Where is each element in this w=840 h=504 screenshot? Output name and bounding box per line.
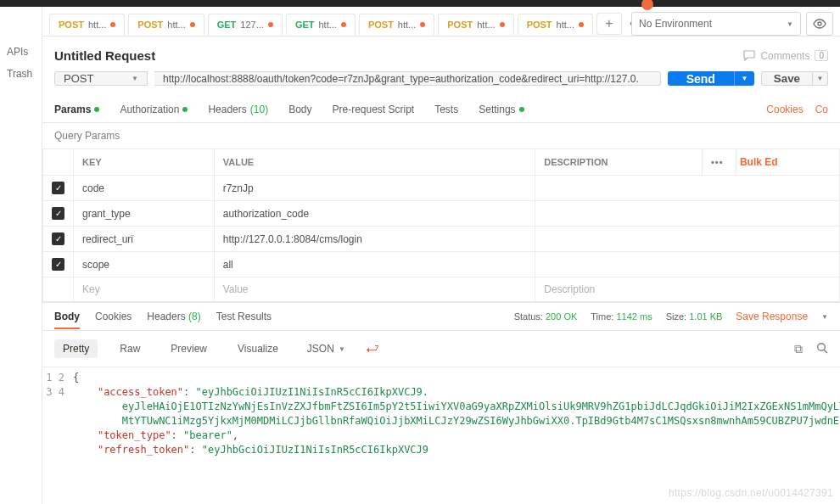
unsaved-dot-icon (190, 22, 195, 27)
status-dot-icon (519, 107, 524, 112)
tab-settings[interactable]: Settings (479, 104, 524, 115)
tab-body[interactable]: Body (288, 104, 311, 115)
environment-label: No Environment (639, 18, 712, 30)
tab-request-6[interactable]: POSThtt... (518, 14, 593, 35)
th-actions-icon[interactable]: ••• (702, 149, 736, 176)
tab-authorization[interactable]: Authorization (120, 104, 188, 115)
table-row[interactable]: ✓ scope all (43, 252, 840, 277)
th-value: VALUE (214, 149, 535, 176)
unsaved-dot-icon (420, 22, 425, 27)
view-raw[interactable]: Raw (111, 339, 148, 358)
checkbox-icon[interactable]: ✓ (52, 258, 64, 271)
unsaved-dot-icon (268, 22, 273, 27)
tab-tests[interactable]: Tests (434, 104, 458, 115)
new-tab-button[interactable]: + (596, 13, 622, 35)
checkbox-icon[interactable]: ✓ (52, 207, 64, 220)
query-params-title: Query Params (42, 123, 840, 148)
comment-icon (743, 50, 755, 61)
sidebar-item-apis[interactable]: APIs (0, 41, 42, 63)
method-select[interactable]: POST ▼ (54, 71, 148, 86)
unsaved-dot-icon (341, 22, 346, 27)
svg-point-1 (818, 343, 826, 350)
checkbox-icon[interactable]: ✓ (52, 232, 64, 245)
tab-headers[interactable]: Headers(10) (208, 104, 268, 115)
url-input[interactable]: http://localhost:8888/oauth/token?code=r… (154, 71, 661, 86)
code-link[interactable]: Co (815, 104, 828, 115)
tab-request-0[interactable]: POSThtt... (49, 14, 125, 35)
save-button[interactable]: Save (761, 71, 813, 86)
chevron-down-icon: ▼ (339, 345, 345, 353)
send-dropdown[interactable]: ▼ (734, 71, 754, 86)
save-response-link[interactable]: Save Response (736, 311, 808, 322)
chevron-down-icon: ▼ (821, 313, 828, 321)
tab-params[interactable]: Params (54, 104, 99, 115)
watermark: https://blog.csdn.net/u0014427391 (669, 487, 833, 499)
chevron-down-icon: ▼ (132, 75, 138, 82)
sidebar-item-trash[interactable]: Trash (0, 63, 42, 85)
status-dot-icon (94, 107, 99, 112)
table-row-empty[interactable]: Key Value Description (43, 277, 840, 302)
status-dot-icon (182, 107, 188, 112)
unsaved-dot-icon (579, 22, 584, 27)
environment-select[interactable]: No Environment ▼ (631, 12, 801, 36)
cookies-link[interactable]: Cookies (766, 104, 803, 115)
th-description: DESCRIPTION (535, 149, 703, 176)
send-button[interactable]: Send (668, 71, 734, 86)
tab-request-2[interactable]: GET127... (208, 14, 283, 35)
left-sidebar: APIs Trash (0, 7, 42, 504)
bulk-edit-link[interactable]: Bulk Ed (740, 156, 778, 168)
chevron-down-icon: ▼ (741, 75, 748, 82)
resp-tab-headers[interactable]: Headers (8) (147, 311, 200, 322)
unsaved-dot-icon (110, 22, 115, 27)
table-row[interactable]: ✓ grant_type authorization_code (43, 201, 840, 227)
svg-point-0 (818, 22, 821, 25)
format-select[interactable]: JSON ▼ (300, 339, 352, 358)
tab-prerequest[interactable]: Pre-request Script (332, 104, 414, 115)
request-name[interactable]: Untitled Request (54, 48, 155, 63)
checkbox-icon[interactable]: ✓ (52, 182, 64, 194)
view-visualize[interactable]: Visualize (229, 339, 287, 358)
environment-quicklook-icon[interactable] (806, 12, 833, 36)
tab-request-3[interactable]: GEThtt... (286, 14, 356, 35)
table-row[interactable]: ✓ code r7znJp (43, 176, 840, 201)
response-body[interactable]: 1 2 3 4 { "access_token": "eyJhbGciOiJIU… (42, 367, 840, 457)
chevron-down-icon: ▼ (787, 20, 793, 28)
view-pretty[interactable]: Pretty (54, 339, 98, 358)
svg-line-2 (824, 350, 827, 353)
search-icon[interactable] (816, 342, 828, 356)
tab-request-5[interactable]: POSThtt... (438, 14, 513, 35)
chevron-down-icon: ▼ (817, 75, 824, 82)
resp-tab-body[interactable]: Body (54, 311, 80, 322)
unsaved-dot-icon (500, 22, 505, 27)
wrap-lines-icon[interactable]: ⮐ (366, 341, 379, 356)
copy-icon[interactable]: ⧉ (794, 342, 803, 356)
resp-tab-tests[interactable]: Test Results (216, 311, 272, 322)
comments-count: 0 (815, 50, 828, 61)
th-key: KEY (74, 149, 215, 176)
tab-request-1[interactable]: POSThtt... (128, 14, 204, 35)
save-dropdown[interactable]: ▼ (813, 71, 828, 86)
resp-tab-cookies[interactable]: Cookies (95, 311, 132, 322)
view-preview[interactable]: Preview (162, 339, 216, 358)
table-row[interactable]: ✓ redirect_uri http://127.0.0.1:8084/cms… (43, 227, 840, 252)
comments-button[interactable]: Comments 0 (743, 50, 828, 62)
tab-request-4[interactable]: POSThtt... (359, 14, 434, 35)
